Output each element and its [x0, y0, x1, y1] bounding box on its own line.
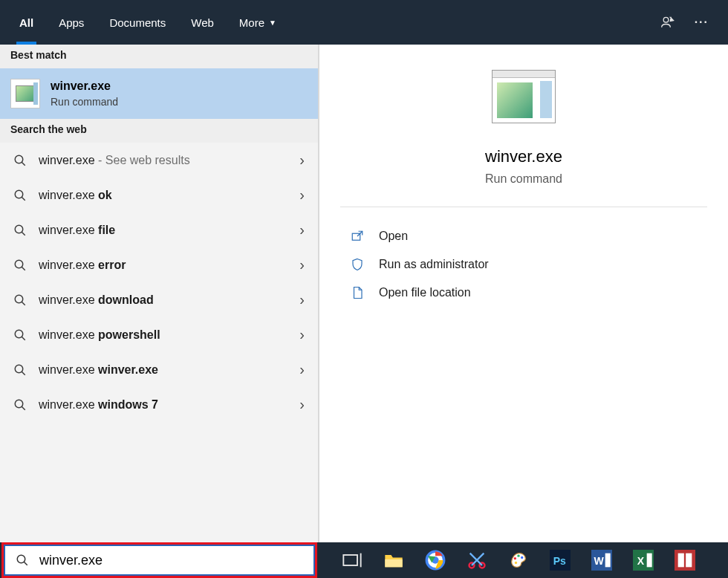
chevron-right-icon: › [299, 396, 305, 413]
open-icon [351, 230, 364, 243]
tab-more-label: More [239, 16, 264, 29]
tab-more[interactable]: More ▼ [239, 0, 276, 45]
svg-rect-36 [605, 553, 611, 568]
preview-app-icon [492, 70, 556, 123]
chevron-right-icon: › [299, 326, 305, 343]
search-filter-bar: All Apps Documents Web More ▼ ··· [0, 0, 728, 45]
web-result[interactable]: winver.exe powershell› [0, 317, 318, 352]
tab-web[interactable]: Web [191, 0, 214, 45]
chevron-right-icon: › [299, 361, 305, 378]
web-result[interactable]: winver.exe - See web results› [0, 143, 318, 178]
word-icon[interactable]: W [591, 549, 613, 571]
svg-point-0 [663, 17, 669, 22]
action-open-label: Open [379, 230, 408, 243]
web-result[interactable]: winver.exe windows 7› [0, 387, 318, 422]
svg-point-13 [15, 365, 23, 373]
preview-pane: winver.exe Run command Open Run as admin… [319, 45, 728, 542]
svg-line-10 [22, 302, 25, 305]
web-result-text: winver.exe powershell [39, 328, 287, 342]
search-icon [13, 363, 27, 377]
chevron-right-icon: › [299, 256, 305, 273]
tab-documents[interactable]: Documents [109, 0, 166, 45]
web-result-text: winver.exe windows 7 [39, 398, 287, 412]
svg-point-9 [15, 295, 23, 303]
photoshop-icon[interactable]: Ps [549, 549, 571, 571]
svg-point-5 [15, 225, 23, 233]
search-icon [13, 398, 27, 412]
action-open[interactable]: Open [345, 222, 703, 250]
action-open-location[interactable]: Open file location [345, 279, 703, 307]
svg-point-28 [514, 557, 516, 559]
search-icon [13, 293, 27, 307]
search-box[interactable] [4, 545, 315, 576]
svg-point-31 [515, 562, 517, 564]
search-icon [13, 189, 27, 202]
paint-icon[interactable] [507, 549, 530, 571]
preview-subtitle: Run command [319, 172, 728, 186]
svg-text:X: X [637, 555, 645, 567]
results-list-pane: Best match winver.exe Run command Search… [0, 45, 318, 542]
chrome-icon[interactable] [424, 549, 446, 571]
snip-icon[interactable] [466, 549, 488, 571]
web-result[interactable]: winver.exe winver.exe› [0, 352, 318, 387]
chevron-right-icon: › [299, 152, 305, 169]
options-icon[interactable]: ··· [695, 16, 709, 29]
action-run-as-admin-label: Run as administrator [379, 258, 489, 271]
svg-point-15 [15, 400, 23, 408]
chevron-right-icon: › [299, 186, 305, 204]
feedback-icon[interactable] [660, 15, 675, 30]
chevron-right-icon: › [299, 221, 305, 238]
svg-rect-20 [343, 555, 357, 565]
search-icon [16, 553, 29, 567]
file-explorer-icon[interactable] [383, 549, 405, 571]
svg-point-1 [15, 155, 23, 163]
svg-point-30 [521, 556, 523, 559]
chevron-down-icon: ▼ [269, 19, 276, 27]
search-icon [13, 154, 27, 167]
svg-rect-39 [647, 553, 652, 568]
web-result-text: winver.exe winver.exe [39, 363, 287, 377]
svg-text:Ps: Ps [553, 555, 566, 567]
search-input[interactable] [39, 553, 303, 568]
svg-line-12 [22, 337, 25, 340]
best-match-subtitle: Run command [51, 96, 118, 108]
preview-title: winver.exe [319, 147, 728, 166]
svg-text:W: W [594, 555, 605, 567]
filter-tabs: All Apps Documents Web More ▼ [19, 0, 276, 45]
web-result-text: winver.exe ok [39, 189, 287, 202]
svg-rect-42 [686, 553, 692, 568]
web-result-text: winver.exe file [39, 224, 287, 237]
svg-point-29 [517, 555, 519, 557]
chevron-right-icon: › [299, 291, 305, 308]
svg-rect-41 [678, 553, 684, 568]
svg-point-3 [15, 190, 23, 198]
unknown-app-icon[interactable] [674, 549, 696, 571]
search-icon [13, 259, 27, 272]
run-command-icon [10, 79, 40, 108]
taskbar-apps: Ps W X [341, 549, 696, 571]
task-view-icon[interactable] [341, 549, 363, 571]
best-match-title: winver.exe [51, 79, 118, 93]
web-result[interactable]: winver.exe ok› [0, 178, 318, 212]
tab-apps[interactable]: Apps [59, 0, 84, 45]
tab-all[interactable]: All [19, 0, 33, 45]
web-results-list: winver.exe - See web results›winver.exe … [0, 143, 318, 542]
web-result[interactable]: winver.exe file› [0, 212, 318, 247]
web-result[interactable]: winver.exe download› [0, 282, 318, 317]
search-icon [13, 328, 27, 342]
svg-line-8 [22, 267, 25, 270]
web-result-text: winver.exe error [39, 259, 287, 272]
svg-line-6 [22, 232, 25, 236]
shield-icon [351, 258, 364, 271]
svg-line-4 [22, 197, 25, 201]
best-match-result[interactable]: winver.exe Run command [0, 68, 318, 119]
action-run-as-admin[interactable]: Run as administrator [345, 250, 703, 279]
best-match-header: Best match [0, 45, 318, 68]
action-open-location-label: Open file location [379, 286, 471, 299]
preview-actions: Open Run as administrator Open file loca… [345, 222, 703, 307]
web-result[interactable]: winver.exe error› [0, 247, 318, 282]
search-web-header: Search the web [0, 119, 318, 143]
excel-icon[interactable]: X [632, 549, 654, 571]
svg-point-11 [15, 330, 23, 338]
search-box-highlight [1, 542, 317, 578]
